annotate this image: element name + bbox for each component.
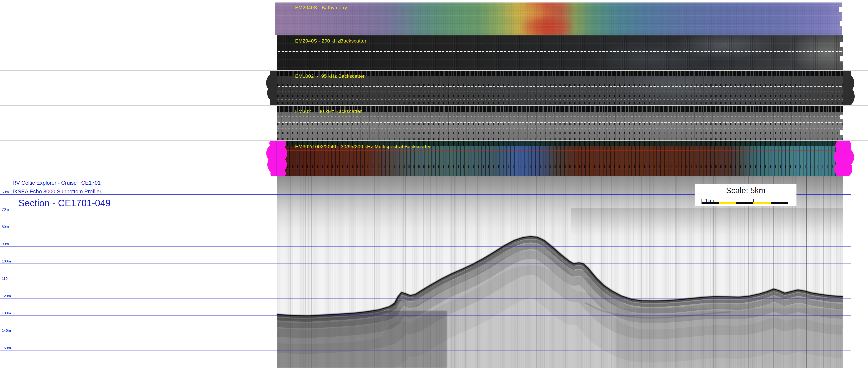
strip-label-bathymetry: EM2040S - Bathymetry	[295, 5, 347, 10]
dropout-row	[277, 95, 843, 97]
depth-label: 140m	[2, 329, 11, 333]
swath-strip-bathymetry: EM2040S - Bathymetry	[275, 2, 842, 35]
scale-bar-segment	[736, 202, 753, 204]
edge-notch	[840, 21, 842, 26]
subbottom-profiler-panel: 60m70m80m90m100m110m120m130m140m150m RV …	[0, 176, 868, 368]
bathymetry-texture	[275, 2, 842, 35]
depth-label: 120m	[2, 294, 11, 298]
depth-label: 80m	[2, 225, 9, 229]
edge-notch	[840, 56, 843, 61]
nav-trackline	[278, 87, 842, 87]
strip-label-multispectral: EM302/1002/2040 - 30/95/200 kHz Multispe…	[295, 144, 431, 149]
strip-label-95khz: EM1002 - 95 kHz Backscatter	[295, 73, 365, 79]
scale-bar-segments	[702, 202, 788, 204]
depth-label: 130m	[2, 311, 11, 315]
nav-trackline	[278, 122, 842, 123]
depth-label: 90m	[2, 242, 9, 246]
dropout-row	[277, 84, 843, 87]
scale-bar-title: Scale: 5km	[695, 186, 797, 195]
scale-bar-tick	[753, 199, 754, 202]
dropout-row	[277, 132, 843, 134]
depth-label: 60m	[2, 190, 9, 194]
scale-bar-segment	[753, 202, 771, 204]
dropout-row	[277, 123, 843, 125]
swath-strip-backscatter-200khz: EM2040S - 200 kHzBackscatter	[277, 35, 843, 70]
cruise-title: RV Celtic Explorer - Cruise : CE1701	[12, 180, 101, 186]
swath-strip-backscatter-30khz: EM302 - 30 kHz Backscatter	[277, 106, 843, 141]
scale-bar-segment	[702, 202, 719, 204]
nav-trackline	[278, 51, 842, 52]
bathymetry-top-edge	[275, 2, 842, 4]
scale-bar-tick	[771, 199, 771, 202]
nav-trackline	[278, 158, 842, 158]
survey-figure: EM2040S - Bathymetry EM2040S - 200 kHzBa…	[0, 0, 868, 368]
swath-strip-backscatter-95khz: EM1002 - 95 kHz Backscatter	[259, 71, 855, 105]
speckle-row	[277, 128, 843, 129]
scale-bar-segment	[771, 202, 788, 204]
dropout-row	[277, 102, 843, 104]
strip-label-30khz: EM302 - 30 kHz Backscatter	[295, 109, 362, 114]
instrument-title: IXSEA Echo 3000 Subbottom Profiler	[12, 188, 101, 195]
scale-bar-tick	[736, 199, 736, 202]
scale-bar-tick	[702, 199, 702, 202]
swath-strip-multispectral: EM302/1002/2040 - 30/95/200 kHz Multispe…	[256, 141, 856, 176]
depth-label: 150m	[2, 346, 11, 350]
nadir-band	[277, 50, 843, 50]
edge-notch	[840, 115, 843, 119]
speckle-row	[277, 116, 843, 117]
depth-label: 70m	[2, 207, 9, 211]
section-title: Section - CE1701-049	[19, 197, 111, 208]
edge-notch	[840, 130, 843, 135]
scale-bar-segment	[719, 202, 736, 204]
speckle-row	[277, 91, 843, 91]
depth-label: 100m	[2, 259, 11, 263]
edge-notch	[840, 42, 843, 47]
dropout-row	[277, 138, 843, 141]
left-blue-edge	[277, 141, 277, 176]
speckle-row	[277, 80, 843, 80]
speckle-row	[277, 99, 843, 100]
scale-bar-tick	[719, 199, 719, 202]
strip-label-200khz: EM2040S - 200 kHzBackscatter	[295, 38, 367, 44]
scale-bar: Scale: 5km 1km	[695, 184, 797, 206]
right-magenta-lobes	[834, 141, 854, 176]
depth-label: 110m	[2, 277, 10, 281]
edge-notch	[839, 7, 842, 12]
